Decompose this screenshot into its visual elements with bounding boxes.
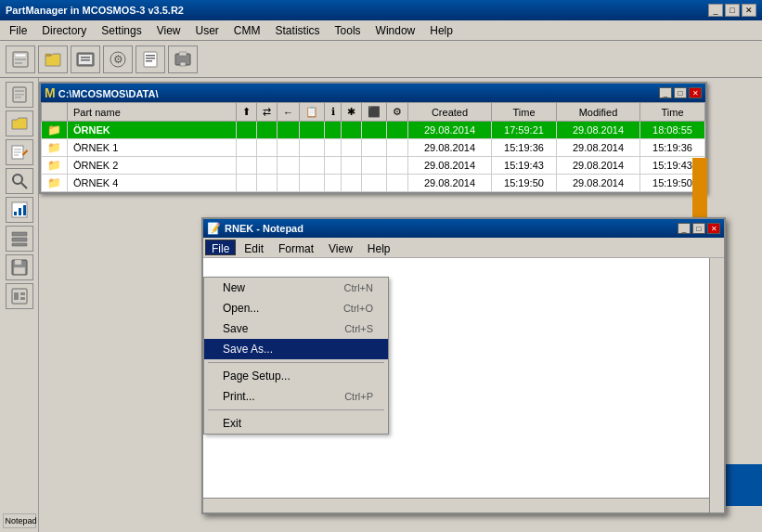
toolbar-btn-2[interactable] xyxy=(38,45,68,73)
menu-exit[interactable]: Exit xyxy=(204,413,388,434)
table-row[interactable]: 📁ÖRNEK 229.08.201415:19:4329.08.201415:1… xyxy=(42,157,705,175)
svg-rect-13 xyxy=(146,55,155,57)
row-icon-cell xyxy=(257,139,278,157)
svg-rect-14 xyxy=(146,58,155,59)
part-manager-close[interactable]: ✕ xyxy=(689,87,702,98)
col-h6[interactable]: ✱ xyxy=(342,103,362,122)
row-icon-cell xyxy=(342,157,362,175)
row-icon-cell xyxy=(237,175,257,192)
col-h3[interactable]: ← xyxy=(278,103,300,122)
notepad-menu-file[interactable]: File xyxy=(205,240,236,255)
col-h4[interactable]: 📋 xyxy=(300,103,325,122)
notepad-title-bar: 📝 RNEK - Notepad _ □ ✕ xyxy=(203,219,724,238)
row-time-modified: 18:08:55 xyxy=(640,122,705,139)
notepad-title: 📝 RNEK - Notepad xyxy=(207,222,304,235)
table-row[interactable]: 📁ÖRNEK 129.08.201415:19:3629.08.201415:1… xyxy=(42,139,705,157)
notepad-menu-edit[interactable]: Edit xyxy=(238,240,270,255)
menu-page-setup-label: Page Setup... xyxy=(223,370,291,383)
svg-rect-17 xyxy=(179,52,187,56)
row-icon-cell xyxy=(257,157,278,175)
sidebar-btn-clipboard[interactable] xyxy=(6,82,33,108)
menu-help[interactable]: Help xyxy=(424,22,458,39)
maximize-button[interactable]: □ xyxy=(725,4,740,17)
svg-line-30 xyxy=(21,183,27,188)
toolbar-btn-1[interactable] xyxy=(6,45,35,73)
sidebar-btn-tools[interactable] xyxy=(6,283,33,309)
row-icon-cell xyxy=(300,157,325,175)
menu-save[interactable]: Save Ctrl+S xyxy=(204,318,388,339)
sidebar-btn-chart[interactable] xyxy=(6,197,33,223)
menu-open-shortcut: Ctrl+O xyxy=(343,303,373,314)
menu-save-as[interactable]: Save As... xyxy=(204,339,388,359)
notepad-minimize[interactable]: _ xyxy=(678,223,691,234)
row-part-name: ÖRNEK 2 xyxy=(68,157,237,175)
part-manager-minimize[interactable]: _ xyxy=(659,87,672,98)
menu-new-label: New xyxy=(223,281,245,294)
sidebar-btn-edit[interactable] xyxy=(6,139,33,165)
sidebar-btn-save[interactable] xyxy=(6,254,33,280)
col-h2[interactable]: ⇄ xyxy=(257,103,278,122)
menu-file[interactable]: File xyxy=(4,22,32,39)
row-folder-icon: 📁 xyxy=(42,157,68,175)
row-part-name: ÖRNEK 1 xyxy=(68,139,237,157)
notepad-maximize[interactable]: □ xyxy=(692,223,705,234)
sidebar-btn-folder[interactable] xyxy=(6,110,33,136)
menu-directory[interactable]: Directory xyxy=(36,22,92,39)
svg-rect-44 xyxy=(20,297,25,300)
menu-settings[interactable]: Settings xyxy=(96,22,147,39)
col-h7[interactable]: ⬛ xyxy=(362,103,387,122)
menu-new[interactable]: New Ctrl+N xyxy=(204,278,388,298)
notepad-menu-view[interactable]: View xyxy=(322,240,359,255)
menu-statistics[interactable]: Statistics xyxy=(270,22,326,39)
toolbar-btn-4[interactable]: ⚙ xyxy=(103,45,133,73)
menu-print[interactable]: Print... Ctrl+P xyxy=(204,386,388,407)
close-button[interactable]: ✕ xyxy=(742,4,756,17)
notepad-menu-format[interactable]: Format xyxy=(272,240,320,255)
svg-rect-1 xyxy=(15,54,26,57)
toolbar-btn-3[interactable] xyxy=(71,45,100,73)
svg-rect-35 xyxy=(12,232,27,236)
row-icon-cell xyxy=(387,122,408,139)
col-time1-header[interactable]: Time xyxy=(492,103,557,122)
svg-rect-39 xyxy=(15,260,21,265)
sidebar-btn-search[interactable] xyxy=(6,168,33,194)
menu-cmm[interactable]: CMM xyxy=(228,22,266,39)
toolbar-btn-5[interactable] xyxy=(136,45,165,73)
row-icon-cell xyxy=(278,122,300,139)
col-partname-header[interactable]: Part name xyxy=(68,103,237,122)
row-created: 29.08.2014 xyxy=(408,157,492,175)
row-icon-cell xyxy=(257,175,278,192)
notepad-menu-help[interactable]: Help xyxy=(361,240,397,255)
col-modified-header[interactable]: Modified xyxy=(557,103,640,122)
toolbar: ⚙ xyxy=(0,41,762,78)
sidebar-btn-stack[interactable] xyxy=(6,226,33,252)
menu-user[interactable]: User xyxy=(190,22,225,39)
col-time2-header[interactable]: Time xyxy=(640,103,705,122)
notepad-hscrollbar[interactable] xyxy=(203,498,709,513)
row-icon-cell xyxy=(237,122,257,139)
col-h1[interactable]: ⬆ xyxy=(237,103,257,122)
notepad-scrollbar[interactable] xyxy=(709,258,724,513)
row-time-created: 17:59:21 xyxy=(492,122,557,139)
table-row[interactable]: 📁ÖRNEK29.08.201417:59:2129.08.201418:08:… xyxy=(42,122,705,139)
menu-window[interactable]: Window xyxy=(370,22,421,39)
row-part-name: ÖRNEK xyxy=(68,122,237,139)
minimize-button[interactable]: _ xyxy=(708,4,723,17)
row-time-created: 15:19:43 xyxy=(492,157,557,175)
row-icon-cell xyxy=(325,157,342,175)
menu-open[interactable]: Open... Ctrl+O xyxy=(204,298,388,318)
menu-view[interactable]: View xyxy=(151,22,187,39)
toolbar-btn-6[interactable] xyxy=(168,45,198,73)
separator-2 xyxy=(208,409,384,410)
menu-page-setup[interactable]: Page Setup... xyxy=(204,366,388,386)
notepad-close[interactable]: ✕ xyxy=(707,223,720,234)
col-created-header[interactable]: Created xyxy=(408,103,492,122)
row-icon-cell xyxy=(325,139,342,157)
row-icon-cell xyxy=(362,122,387,139)
menu-tools[interactable]: Tools xyxy=(329,22,367,39)
table-row[interactable]: 📁ÖRNEK 429.08.201415:19:5029.08.201415:1… xyxy=(42,175,705,192)
row-icon-cell xyxy=(342,175,362,192)
part-manager-maximize[interactable]: □ xyxy=(674,87,687,98)
col-h5[interactable]: ℹ xyxy=(325,103,342,122)
col-h8[interactable]: ⚙ xyxy=(387,103,408,122)
